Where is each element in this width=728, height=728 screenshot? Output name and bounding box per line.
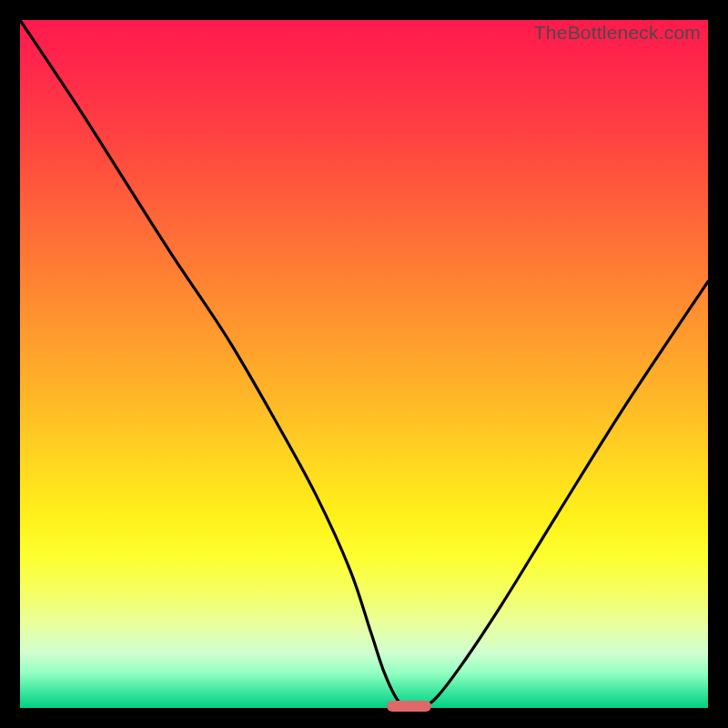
- optimal-point-marker: [387, 701, 431, 712]
- watermark-text: TheBottleneck.com: [534, 22, 701, 44]
- bottleneck-curve: [20, 20, 708, 708]
- chart-frame: TheBottleneck.com: [0, 0, 728, 728]
- plot-area: TheBottleneck.com: [20, 20, 708, 708]
